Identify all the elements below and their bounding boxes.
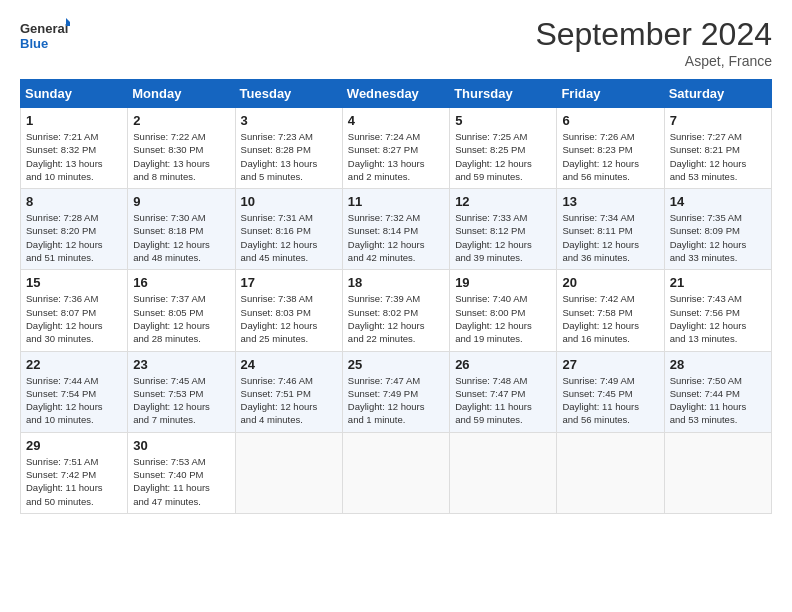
- day-number: 26: [455, 357, 551, 372]
- day-number: 2: [133, 113, 229, 128]
- location: Aspet, France: [535, 53, 772, 69]
- calendar-day-4: 4Sunrise: 7:24 AMSunset: 8:27 PMDaylight…: [342, 108, 449, 189]
- logo: General Blue: [20, 16, 70, 56]
- header-cell-tuesday: Tuesday: [235, 80, 342, 108]
- calendar-day-27: 27Sunrise: 7:49 AMSunset: 7:45 PMDayligh…: [557, 351, 664, 432]
- day-number: 20: [562, 275, 658, 290]
- calendar-day-25: 25Sunrise: 7:47 AMSunset: 7:49 PMDayligh…: [342, 351, 449, 432]
- page: General Blue September 2024 Aspet, Franc…: [0, 0, 792, 612]
- day-number: 24: [241, 357, 337, 372]
- day-info: Sunrise: 7:44 AMSunset: 7:54 PMDaylight:…: [26, 374, 122, 427]
- day-number: 14: [670, 194, 766, 209]
- header-cell-wednesday: Wednesday: [342, 80, 449, 108]
- day-number: 13: [562, 194, 658, 209]
- day-number: 21: [670, 275, 766, 290]
- day-number: 15: [26, 275, 122, 290]
- svg-text:Blue: Blue: [20, 36, 48, 51]
- calendar-day-20: 20Sunrise: 7:42 AMSunset: 7:58 PMDayligh…: [557, 270, 664, 351]
- calendar-day-21: 21Sunrise: 7:43 AMSunset: 7:56 PMDayligh…: [664, 270, 771, 351]
- day-info: Sunrise: 7:40 AMSunset: 8:00 PMDaylight:…: [455, 292, 551, 345]
- day-info: Sunrise: 7:32 AMSunset: 8:14 PMDaylight:…: [348, 211, 444, 264]
- calendar-day-8: 8Sunrise: 7:28 AMSunset: 8:20 PMDaylight…: [21, 189, 128, 270]
- svg-marker-2: [66, 18, 70, 26]
- day-info: Sunrise: 7:31 AMSunset: 8:16 PMDaylight:…: [241, 211, 337, 264]
- calendar-day-10: 10Sunrise: 7:31 AMSunset: 8:16 PMDayligh…: [235, 189, 342, 270]
- calendar-day-30: 30Sunrise: 7:53 AMSunset: 7:40 PMDayligh…: [128, 432, 235, 513]
- calendar-body: 1Sunrise: 7:21 AMSunset: 8:32 PMDaylight…: [21, 108, 772, 514]
- calendar-day-6: 6Sunrise: 7:26 AMSunset: 8:23 PMDaylight…: [557, 108, 664, 189]
- day-number: 10: [241, 194, 337, 209]
- calendar-day-11: 11Sunrise: 7:32 AMSunset: 8:14 PMDayligh…: [342, 189, 449, 270]
- month-title: September 2024: [535, 16, 772, 53]
- day-info: Sunrise: 7:36 AMSunset: 8:07 PMDaylight:…: [26, 292, 122, 345]
- day-info: Sunrise: 7:34 AMSunset: 8:11 PMDaylight:…: [562, 211, 658, 264]
- calendar-week-3: 15Sunrise: 7:36 AMSunset: 8:07 PMDayligh…: [21, 270, 772, 351]
- day-info: Sunrise: 7:39 AMSunset: 8:02 PMDaylight:…: [348, 292, 444, 345]
- day-number: 4: [348, 113, 444, 128]
- empty-cell: [342, 432, 449, 513]
- day-info: Sunrise: 7:50 AMSunset: 7:44 PMDaylight:…: [670, 374, 766, 427]
- calendar-day-22: 22Sunrise: 7:44 AMSunset: 7:54 PMDayligh…: [21, 351, 128, 432]
- day-info: Sunrise: 7:22 AMSunset: 8:30 PMDaylight:…: [133, 130, 229, 183]
- calendar-day-3: 3Sunrise: 7:23 AMSunset: 8:28 PMDaylight…: [235, 108, 342, 189]
- day-number: 9: [133, 194, 229, 209]
- calendar-day-29: 29Sunrise: 7:51 AMSunset: 7:42 PMDayligh…: [21, 432, 128, 513]
- calendar-day-1: 1Sunrise: 7:21 AMSunset: 8:32 PMDaylight…: [21, 108, 128, 189]
- day-number: 18: [348, 275, 444, 290]
- day-number: 1: [26, 113, 122, 128]
- day-number: 12: [455, 194, 551, 209]
- day-number: 19: [455, 275, 551, 290]
- calendar-table: SundayMondayTuesdayWednesdayThursdayFrid…: [20, 79, 772, 514]
- day-info: Sunrise: 7:47 AMSunset: 7:49 PMDaylight:…: [348, 374, 444, 427]
- calendar-week-4: 22Sunrise: 7:44 AMSunset: 7:54 PMDayligh…: [21, 351, 772, 432]
- empty-cell: [450, 432, 557, 513]
- empty-cell: [664, 432, 771, 513]
- day-number: 23: [133, 357, 229, 372]
- calendar-day-5: 5Sunrise: 7:25 AMSunset: 8:25 PMDaylight…: [450, 108, 557, 189]
- calendar-day-18: 18Sunrise: 7:39 AMSunset: 8:02 PMDayligh…: [342, 270, 449, 351]
- calendar-day-24: 24Sunrise: 7:46 AMSunset: 7:51 PMDayligh…: [235, 351, 342, 432]
- day-info: Sunrise: 7:23 AMSunset: 8:28 PMDaylight:…: [241, 130, 337, 183]
- day-info: Sunrise: 7:35 AMSunset: 8:09 PMDaylight:…: [670, 211, 766, 264]
- calendar-day-15: 15Sunrise: 7:36 AMSunset: 8:07 PMDayligh…: [21, 270, 128, 351]
- day-info: Sunrise: 7:28 AMSunset: 8:20 PMDaylight:…: [26, 211, 122, 264]
- calendar-day-7: 7Sunrise: 7:27 AMSunset: 8:21 PMDaylight…: [664, 108, 771, 189]
- header: General Blue September 2024 Aspet, Franc…: [20, 16, 772, 69]
- header-cell-friday: Friday: [557, 80, 664, 108]
- day-info: Sunrise: 7:38 AMSunset: 8:03 PMDaylight:…: [241, 292, 337, 345]
- calendar-day-19: 19Sunrise: 7:40 AMSunset: 8:00 PMDayligh…: [450, 270, 557, 351]
- day-number: 3: [241, 113, 337, 128]
- day-info: Sunrise: 7:30 AMSunset: 8:18 PMDaylight:…: [133, 211, 229, 264]
- day-number: 11: [348, 194, 444, 209]
- calendar-day-14: 14Sunrise: 7:35 AMSunset: 8:09 PMDayligh…: [664, 189, 771, 270]
- calendar-day-9: 9Sunrise: 7:30 AMSunset: 8:18 PMDaylight…: [128, 189, 235, 270]
- calendar-week-2: 8Sunrise: 7:28 AMSunset: 8:20 PMDaylight…: [21, 189, 772, 270]
- day-info: Sunrise: 7:21 AMSunset: 8:32 PMDaylight:…: [26, 130, 122, 183]
- calendar-day-26: 26Sunrise: 7:48 AMSunset: 7:47 PMDayligh…: [450, 351, 557, 432]
- calendar-day-2: 2Sunrise: 7:22 AMSunset: 8:30 PMDaylight…: [128, 108, 235, 189]
- day-number: 27: [562, 357, 658, 372]
- day-number: 30: [133, 438, 229, 453]
- day-number: 28: [670, 357, 766, 372]
- header-row: SundayMondayTuesdayWednesdayThursdayFrid…: [21, 80, 772, 108]
- day-info: Sunrise: 7:37 AMSunset: 8:05 PMDaylight:…: [133, 292, 229, 345]
- day-info: Sunrise: 7:48 AMSunset: 7:47 PMDaylight:…: [455, 374, 551, 427]
- day-info: Sunrise: 7:53 AMSunset: 7:40 PMDaylight:…: [133, 455, 229, 508]
- day-number: 17: [241, 275, 337, 290]
- day-info: Sunrise: 7:42 AMSunset: 7:58 PMDaylight:…: [562, 292, 658, 345]
- day-info: Sunrise: 7:43 AMSunset: 7:56 PMDaylight:…: [670, 292, 766, 345]
- day-number: 16: [133, 275, 229, 290]
- empty-cell: [557, 432, 664, 513]
- day-info: Sunrise: 7:24 AMSunset: 8:27 PMDaylight:…: [348, 130, 444, 183]
- day-info: Sunrise: 7:45 AMSunset: 7:53 PMDaylight:…: [133, 374, 229, 427]
- day-info: Sunrise: 7:33 AMSunset: 8:12 PMDaylight:…: [455, 211, 551, 264]
- day-info: Sunrise: 7:25 AMSunset: 8:25 PMDaylight:…: [455, 130, 551, 183]
- day-info: Sunrise: 7:49 AMSunset: 7:45 PMDaylight:…: [562, 374, 658, 427]
- calendar-week-5: 29Sunrise: 7:51 AMSunset: 7:42 PMDayligh…: [21, 432, 772, 513]
- day-info: Sunrise: 7:27 AMSunset: 8:21 PMDaylight:…: [670, 130, 766, 183]
- day-number: 22: [26, 357, 122, 372]
- day-info: Sunrise: 7:51 AMSunset: 7:42 PMDaylight:…: [26, 455, 122, 508]
- empty-cell: [235, 432, 342, 513]
- day-info: Sunrise: 7:46 AMSunset: 7:51 PMDaylight:…: [241, 374, 337, 427]
- calendar-day-28: 28Sunrise: 7:50 AMSunset: 7:44 PMDayligh…: [664, 351, 771, 432]
